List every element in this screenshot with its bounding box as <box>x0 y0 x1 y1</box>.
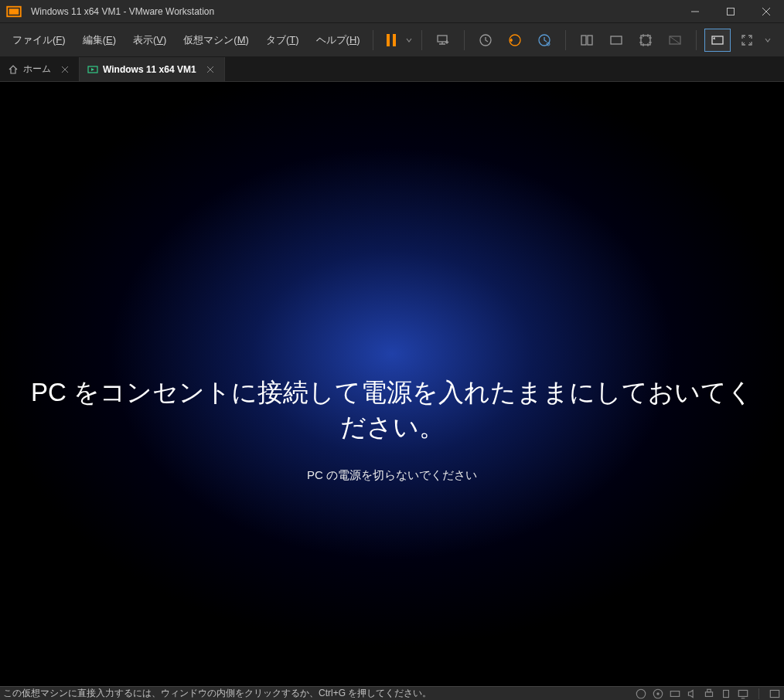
guest-title: PC をコンセントに接続して電源を入れたままにしておいてください。 <box>23 375 761 445</box>
status-usb-icon[interactable] <box>720 688 732 699</box>
snapshot-revert-button[interactable] <box>502 29 528 52</box>
tab-home[interactable]: ホーム <box>0 57 80 81</box>
titlebar: Windows 11 x64 VM1 - VMware Workstation <box>0 0 784 23</box>
status-icons <box>635 688 781 699</box>
svg-rect-32 <box>738 690 747 696</box>
svg-rect-31 <box>724 690 729 697</box>
menu-vm[interactable]: 仮想マシン(M) <box>176 29 257 52</box>
maximize-button[interactable] <box>713 0 748 23</box>
svg-point-27 <box>656 692 659 695</box>
status-text: この仮想マシンに直接入力するには、ウィンドウの内側をクリックするか、Ctrl+G… <box>3 687 635 700</box>
window-title: Windows 11 x64 VM1 - VMware Workstation <box>28 6 677 17</box>
status-printer-icon[interactable] <box>703 688 715 699</box>
svg-rect-16 <box>641 36 650 45</box>
tabbar: ホーム Windows 11 x64 VM1 <box>0 57 784 82</box>
svg-rect-13 <box>581 36 586 45</box>
minimize-button[interactable] <box>677 0 713 23</box>
home-icon <box>8 64 19 75</box>
divider <box>565 30 566 50</box>
svg-rect-28 <box>670 691 679 696</box>
svg-rect-7 <box>393 34 396 46</box>
close-button[interactable] <box>748 0 784 23</box>
menu-file[interactable]: ファイル(F) <box>5 29 73 52</box>
divider <box>464 30 465 50</box>
show-library-button[interactable] <box>574 29 600 52</box>
send-ctrl-alt-del-button[interactable] <box>430 29 456 52</box>
svg-rect-1 <box>9 8 19 15</box>
fullscreen-dropdown[interactable] <box>763 37 772 43</box>
tab-home-close[interactable] <box>59 63 71 76</box>
window-controls <box>677 0 784 23</box>
svg-rect-14 <box>588 36 592 45</box>
divider <box>373 30 373 50</box>
guest-display[interactable]: PC をコンセントに接続して電源を入れたままにしておいてください。 PC の電源… <box>0 82 784 686</box>
menu-help[interactable]: ヘルプ(H) <box>308 29 368 52</box>
toolbar <box>378 29 772 52</box>
guest-subtitle: PC の電源を切らないでください <box>23 468 761 483</box>
svg-rect-3 <box>728 8 735 15</box>
fullscreen-button[interactable] <box>734 29 760 52</box>
tab-vm1-close[interactable] <box>204 63 216 76</box>
divider <box>758 688 759 699</box>
svg-rect-30 <box>707 689 711 692</box>
menubar: ファイル(F) 編集(E) 表示(V) 仮想マシン(M) タブ(T) ヘルプ(H… <box>0 23 784 57</box>
tab-vm1-label: Windows 11 x64 VM1 <box>103 64 196 75</box>
menu-list: ファイル(F) 編集(E) 表示(V) 仮想マシン(M) タブ(T) ヘルプ(H… <box>5 29 368 52</box>
status-network-icon[interactable] <box>669 688 681 699</box>
statusbar: この仮想マシンに直接入力するには、ウィンドウの内側をクリックするか、Ctrl+G… <box>0 686 784 700</box>
svg-rect-29 <box>705 692 712 696</box>
snapshot-take-button[interactable] <box>472 29 499 52</box>
tab-home-label: ホーム <box>23 63 51 76</box>
svg-rect-8 <box>438 36 447 42</box>
menu-view[interactable]: 表示(V) <box>125 29 174 52</box>
quick-switch-button[interactable] <box>632 29 659 52</box>
status-screen-icon[interactable] <box>769 688 781 699</box>
power-dropdown[interactable] <box>404 37 414 43</box>
svg-rect-34 <box>770 690 779 697</box>
svg-line-18 <box>670 36 680 44</box>
tab-vm1[interactable]: Windows 11 x64 VM1 <box>80 57 225 81</box>
stretch-guest-button[interactable] <box>704 29 731 52</box>
show-console-only-button[interactable] <box>603 29 629 52</box>
app-icon <box>6 4 22 19</box>
guest-message: PC をコンセントに接続して電源を入れたままにしておいてください。 PC の電源… <box>0 375 784 483</box>
pause-button[interactable] <box>378 29 404 52</box>
status-cd-icon[interactable] <box>652 688 664 699</box>
svg-point-25 <box>636 689 645 698</box>
status-disk-icon[interactable] <box>635 688 647 699</box>
status-display-icon[interactable] <box>737 688 749 699</box>
divider <box>696 30 697 50</box>
snapshot-manager-button[interactable] <box>531 29 557 52</box>
divider <box>421 30 422 50</box>
menu-edit[interactable]: 編集(E) <box>75 29 124 52</box>
status-sound-icon[interactable] <box>686 688 698 699</box>
unity-button[interactable] <box>662 29 688 52</box>
vm-icon <box>87 64 98 75</box>
svg-rect-15 <box>611 36 622 44</box>
menu-tab[interactable]: タブ(T) <box>258 29 307 52</box>
svg-rect-6 <box>387 34 390 46</box>
